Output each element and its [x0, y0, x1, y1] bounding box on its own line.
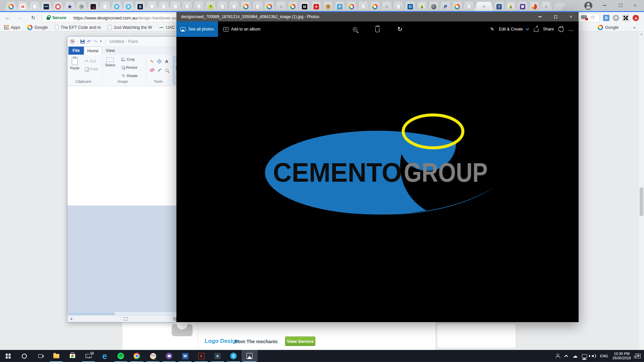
- price-tag-extension-icon[interactable]: B: [603, 15, 609, 21]
- browser-tab-gold-crest[interactable]: [322, 2, 334, 11]
- browser-tab-tab-close[interactable]: ×: [380, 2, 393, 11]
- photos-close-button[interactable]: ×: [563, 12, 579, 21]
- browser-tab-outlook[interactable]: O: [404, 2, 417, 11]
- save-icon[interactable]: [80, 40, 85, 44]
- taskbar-acrobat-button[interactable]: A: [193, 350, 209, 362]
- browser-tab-purple-shield[interactable]: [516, 2, 529, 11]
- browser-tab-navy-s[interactable]: S: [134, 2, 147, 11]
- paint-tab-home[interactable]: Home: [84, 47, 102, 55]
- eraser-tool[interactable]: [149, 67, 155, 73]
- browser-tab-active-designcrowd[interactable]: ×: [474, 2, 494, 11]
- browser-tab-medium[interactable]: M: [298, 2, 311, 11]
- taskbar-spotify-button[interactable]: [113, 350, 129, 362]
- browser-tab-bulb[interactable]: [122, 2, 135, 11]
- browser-tab-facebook[interactable]: f: [493, 2, 505, 11]
- taskbar-explorer-button[interactable]: [48, 350, 64, 362]
- network-icon[interactable]: [582, 354, 587, 358]
- chevron-down-icon[interactable]: [526, 27, 529, 31]
- browser-tab-youtube[interactable]: [310, 2, 323, 11]
- browser-tab-clock[interactable]: [204, 2, 217, 11]
- taskbar-photos-button[interactable]: [241, 350, 258, 362]
- undo-icon[interactable]: ↶: [87, 39, 91, 44]
- paint-horizontal-scrollbar[interactable]: [67, 312, 176, 315]
- browser-tab-paypal[interactable]: P: [439, 2, 452, 11]
- taskbar-store-button[interactable]: [64, 350, 80, 362]
- redo-icon[interactable]: ↷: [93, 39, 97, 44]
- browser-tab-tab-close[interactable]: ×: [275, 2, 287, 11]
- browser-tab-doc[interactable]: [28, 2, 41, 11]
- photos-title-bar[interactable]: designcrowd_700889_18761214_3355964_d084…: [176, 12, 579, 21]
- more-options-button[interactable]: …: [568, 26, 574, 32]
- browser-tab-doc[interactable]: [216, 2, 229, 11]
- rotate-button[interactable]: ↻: [396, 25, 404, 33]
- taskbar-paint-button[interactable]: [145, 350, 161, 362]
- taskbar-skype-button[interactable]: S: [225, 350, 241, 362]
- new-tab-button[interactable]: [552, 3, 566, 11]
- qr-code-extension-icon[interactable]: [623, 15, 629, 21]
- refresh-button[interactable]: ↻: [30, 14, 37, 21]
- browser-tab-bird-crown[interactable]: [504, 2, 517, 11]
- browser-tab-google[interactable]: [345, 2, 358, 11]
- plugin-blocked-icon[interactable]: [581, 15, 587, 19]
- taskbar-purple-cat-button[interactable]: [161, 350, 177, 362]
- taskbar-chrome-button[interactable]: [129, 350, 145, 362]
- paste-button[interactable]: Paste: [70, 57, 79, 70]
- rotate-button[interactable]: ↻ Rotate: [122, 73, 138, 78]
- browser-tab-doc[interactable]: [463, 2, 475, 11]
- photos-minimize-button[interactable]: [532, 12, 548, 21]
- browser-minimize-button[interactable]: [597, 0, 611, 11]
- taskbar-start-button[interactable]: [0, 350, 16, 362]
- browser-tab-star[interactable]: ★: [63, 2, 76, 11]
- onedrive-cloud-icon[interactable]: ☁: [573, 353, 578, 359]
- eyedropper-tool[interactable]: [156, 67, 163, 73]
- photos-maximize-button[interactable]: [548, 12, 563, 21]
- language-indicator[interactable]: ENG: [600, 354, 608, 358]
- browser-profile-icon[interactable]: [584, 2, 592, 10]
- browser-restore-button[interactable]: [613, 0, 628, 11]
- edit-create-button[interactable]: Edit & Create: [499, 27, 523, 32]
- browser-tab-globe[interactable]: [427, 2, 440, 11]
- browser-tab-doc[interactable]: [228, 2, 240, 11]
- action-center-icon[interactable]: 5: [635, 354, 641, 358]
- taskbar-edge-button[interactable]: e: [97, 350, 113, 362]
- share-button[interactable]: Share: [543, 27, 554, 32]
- back-button[interactable]: ←: [4, 14, 11, 21]
- browser-tab-google[interactable]: [239, 2, 252, 11]
- paint-tab-file[interactable]: File: [68, 47, 84, 55]
- bookmark-google[interactable]: Google: [27, 25, 48, 30]
- see-all-photos-button[interactable]: See all photos: [176, 21, 218, 37]
- scrollbar-thumb[interactable]: [640, 188, 643, 216]
- resize-button[interactable]: Resize: [122, 65, 138, 69]
- pocket-extension-icon[interactable]: [633, 15, 639, 21]
- add-to-album-button[interactable]: + Add to an album: [223, 21, 260, 37]
- fill-tool[interactable]: [156, 58, 163, 65]
- people-icon[interactable]: [556, 354, 561, 358]
- browser-tab-google[interactable]: [451, 2, 464, 11]
- taskbar-cortana-button[interactable]: [16, 350, 32, 362]
- browser-tab-bulb[interactable]: [110, 2, 123, 11]
- browser-tab-dark-red[interactable]: [87, 2, 100, 11]
- browser-tab-google[interactable]: [263, 2, 276, 11]
- clock[interactable]: 10:30 PM 26/05/2018: [612, 352, 631, 360]
- browser-tab-doc[interactable]: [146, 2, 158, 11]
- browser-tab-google[interactable]: [286, 2, 299, 11]
- taskbar-mail-button[interactable]: 13: [80, 350, 97, 362]
- print-icon[interactable]: [558, 27, 564, 31]
- forward-button[interactable]: →: [17, 14, 24, 21]
- browser-tab-bird-crown[interactable]: [416, 2, 428, 11]
- paint-canvas[interactable]: [67, 86, 176, 205]
- browser-tab-google[interactable]: [5, 2, 17, 11]
- browser-tab-doc[interactable]: [193, 2, 205, 11]
- tab-close-icon[interactable]: ×: [483, 4, 485, 9]
- crop-button[interactable]: Crop: [122, 57, 135, 61]
- tray-overflow-chevron-icon[interactable]: [564, 355, 568, 358]
- browser-tab-red-ring[interactable]: [52, 2, 64, 11]
- bookmark-google-right[interactable]: Google: [598, 23, 619, 31]
- quick-access-dropdown-icon[interactable]: ▼: [100, 40, 102, 43]
- select-button[interactable]: Select: [105, 57, 115, 67]
- m-extension-icon[interactable]: M: [613, 15, 619, 21]
- browser-tab-navy-badge[interactable]: OAIC: [40, 2, 53, 11]
- taskbar-task-view-button[interactable]: [32, 350, 48, 362]
- browser-tab-doc[interactable]: [169, 2, 182, 11]
- browser-tab-crest[interactable]: [75, 2, 88, 11]
